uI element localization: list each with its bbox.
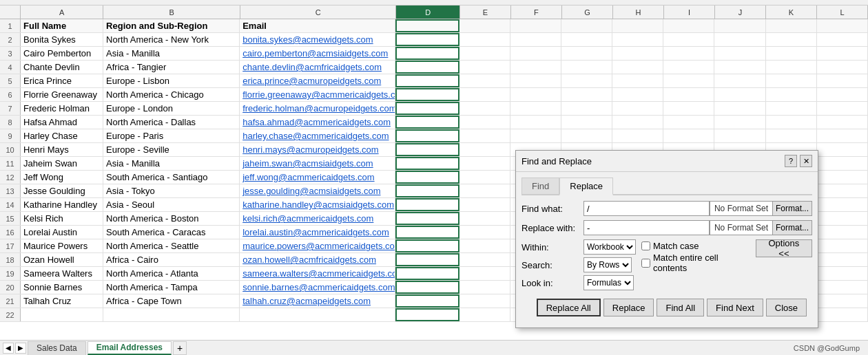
cell-h[interactable]: [612, 19, 663, 32]
cell-d[interactable]: [395, 61, 459, 74]
replace-format-button[interactable]: Format...: [773, 220, 812, 235]
cell-e[interactable]: [459, 212, 510, 225]
cell-e[interactable]: [459, 33, 510, 46]
find-format-button[interactable]: Format...: [773, 201, 812, 216]
cell-fullname[interactable]: Lorelai Austin: [21, 226, 103, 239]
within-select[interactable]: Workbook: [583, 239, 636, 255]
cell-g[interactable]: [561, 19, 612, 32]
cell-d[interactable]: [395, 47, 459, 60]
cell-email[interactable]: sameera.walters@acmmericaidgets.com: [240, 267, 395, 280]
cell-e[interactable]: [459, 88, 510, 101]
cell-j[interactable]: [714, 19, 765, 32]
cell-email[interactable]: [240, 308, 395, 321]
cell-h[interactable]: [612, 88, 663, 101]
cell-d[interactable]: [395, 171, 459, 184]
cell-region[interactable]: Asia - Seoul: [103, 198, 240, 211]
tab-replace[interactable]: Replace: [559, 178, 613, 195]
cell-l[interactable]: [817, 116, 868, 129]
cell-e[interactable]: [459, 267, 510, 280]
cell-region[interactable]: Europe - Seville: [103, 143, 240, 156]
cell-email[interactable]: talhah.cruz@acmapeidgets.com: [240, 294, 395, 308]
cell-k[interactable]: [766, 33, 817, 46]
cell-email[interactable]: jaheim.swan@acmsiaidgets.com: [240, 157, 395, 170]
col-header-d[interactable]: D: [396, 6, 459, 19]
cell-fullname[interactable]: [21, 308, 103, 321]
replace-with-input[interactable]: [583, 220, 710, 235]
cell-d[interactable]: [395, 294, 459, 308]
cell-fullname[interactable]: Frederic Holman: [21, 102, 103, 115]
dialog-close-button[interactable]: ✕: [800, 155, 812, 167]
cell-fullname[interactable]: Jeff Wong: [21, 171, 103, 184]
cell-d[interactable]: [395, 239, 459, 252]
cell-region[interactable]: North America - New York: [103, 33, 240, 46]
cell-region[interactable]: North America - Seattle: [103, 239, 240, 252]
cell-l[interactable]: [817, 294, 868, 308]
cell-l[interactable]: [817, 157, 868, 170]
cell-email[interactable]: harley.chase@acmmericaidgets.com: [240, 129, 395, 142]
cell-e[interactable]: [459, 116, 510, 129]
cell-e[interactable]: [459, 102, 510, 115]
close-button[interactable]: Close: [766, 299, 807, 316]
cell-h[interactable]: [612, 47, 663, 60]
cell-h[interactable]: [612, 102, 663, 115]
match-entire-checkbox[interactable]: [641, 259, 650, 268]
cell-d[interactable]: [395, 212, 459, 225]
cell-region[interactable]: South America - Caracas: [103, 226, 240, 239]
cell-d[interactable]: [395, 253, 459, 266]
col-header-a[interactable]: A: [21, 6, 103, 19]
cell-region[interactable]: [103, 308, 240, 321]
cell-email[interactable]: florrie.greenaway@acmmericaidgets.com: [240, 88, 395, 101]
cell-e[interactable]: [459, 74, 510, 87]
cell-email[interactable]: erica.prince@acmuropeidgets.com: [240, 74, 395, 87]
cell-fullname[interactable]: Sameera Walters: [21, 267, 103, 280]
cell-f[interactable]: [510, 74, 561, 87]
add-sheet-button[interactable]: +: [173, 341, 187, 355]
cell-region[interactable]: Africa - Cairo: [103, 253, 240, 266]
cell-h[interactable]: [612, 116, 663, 129]
cell-fullname[interactable]: Kelsi Rich: [21, 212, 103, 225]
find-all-button[interactable]: Find All: [657, 299, 704, 316]
cell-e[interactable]: [459, 198, 510, 211]
cell-e[interactable]: [459, 129, 510, 142]
cell-fullname[interactable]: Maurice Powers: [21, 239, 103, 252]
cell-email[interactable]: kelsi.rich@acmmericaidgets.com: [240, 212, 395, 225]
cell-k[interactable]: [766, 47, 817, 60]
cell-j[interactable]: [714, 116, 765, 129]
find-what-input[interactable]: [583, 201, 710, 216]
cell-e[interactable]: [459, 184, 510, 197]
cell-g[interactable]: [561, 129, 612, 142]
cell-l[interactable]: [817, 19, 868, 32]
cell-region[interactable]: Asia - Manilla: [103, 157, 240, 170]
cell-l[interactable]: [817, 61, 868, 74]
cell-fullname[interactable]: Harley Chase: [21, 129, 103, 142]
dialog-help-button[interactable]: ?: [785, 155, 797, 167]
cell-e[interactable]: [459, 143, 510, 156]
cell-l[interactable]: [817, 198, 868, 211]
cell-region[interactable]: North America - Chicago: [103, 88, 240, 101]
find-next-button[interactable]: Find Next: [707, 299, 763, 316]
cell-l[interactable]: [817, 308, 868, 321]
cell-k[interactable]: [766, 19, 817, 32]
col-header-f[interactable]: F: [511, 6, 562, 19]
cell-h[interactable]: [612, 129, 663, 142]
cell-d[interactable]: [395, 19, 459, 32]
cell-g[interactable]: [561, 47, 612, 60]
cell-f[interactable]: [510, 116, 561, 129]
cell-f[interactable]: [510, 102, 561, 115]
col-header-k[interactable]: K: [766, 6, 817, 19]
cell-fullname[interactable]: Henri Mays: [21, 143, 103, 156]
cell-i[interactable]: [663, 116, 714, 129]
cell-region[interactable]: Europe - Lisbon: [103, 74, 240, 87]
cell-fullname[interactable]: Katharine Handley: [21, 198, 103, 211]
cell-e[interactable]: [459, 226, 510, 239]
cell-email[interactable]: henri.mays@acmuropeidgets.com: [240, 143, 395, 156]
cell-fullname[interactable]: Bonita Sykes: [21, 33, 103, 46]
cell-fullname[interactable]: Jesse Goulding: [21, 184, 103, 197]
cell-email[interactable]: sonnie.barnes@acmmericaidgets.com: [240, 281, 395, 294]
cell-region[interactable]: Asia - Tokyo: [103, 184, 240, 197]
cell-l[interactable]: [817, 74, 868, 87]
cell-fullname[interactable]: Chante Devlin: [21, 61, 103, 74]
cell-email[interactable]: cairo.pemberton@acmsiaidgets.com: [240, 47, 395, 60]
cell-k[interactable]: [766, 102, 817, 115]
cell-e[interactable]: [459, 253, 510, 266]
